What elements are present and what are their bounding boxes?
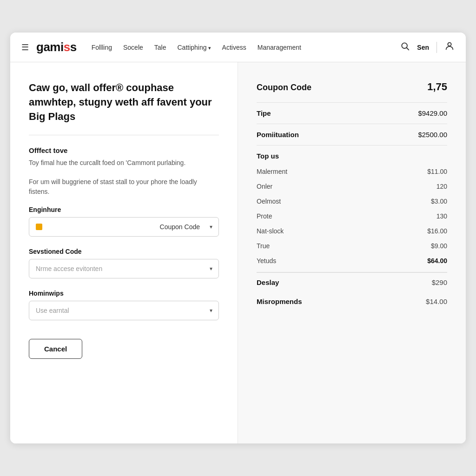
coupon-label: Coupon Code: [257, 83, 311, 93]
tipe-label: Tipe: [257, 109, 271, 117]
top-us-heading: Top us: [257, 152, 279, 160]
field2-select-wrapper: Nrme accese evitonten ▾: [29, 259, 219, 278]
natslock-label: Nat-slock: [257, 227, 284, 235]
section-desc2: For um will buggriene of stast stall to …: [29, 177, 219, 197]
deslay-value: $290: [432, 278, 447, 286]
logo-dot: s: [64, 40, 70, 54]
field1-label: Enginhure: [29, 206, 219, 213]
natslock-value: $16.00: [427, 227, 447, 235]
svg-point-2: [448, 43, 451, 46]
detail-row-natslock: Nat-slock $16.00: [257, 224, 447, 238]
malerment-value: $11.00: [427, 168, 447, 175]
user-name[interactable]: Sen: [417, 44, 429, 51]
header-left: ☰ gamiss: [21, 40, 77, 54]
field3-placeholder: Use earntal: [36, 307, 69, 314]
true-label: True: [257, 242, 270, 250]
tipe-value: $9429.00: [418, 109, 447, 117]
logo-text: gami: [36, 40, 64, 54]
oelmost-label: Oelmost: [257, 198, 281, 205]
top-us-section: Top us: [257, 145, 447, 164]
header-divider: [436, 42, 437, 53]
hamburger-icon[interactable]: ☰: [21, 42, 29, 53]
coupon-header: Coupon Code 1,75: [257, 81, 447, 93]
detail-rows: Malerment $11.00 Onler 120 Oelmost $3.00…: [257, 164, 447, 268]
field1-select[interactable]: Coupon Code: [29, 217, 219, 237]
coupon-value: 1,75: [427, 81, 447, 93]
field1-tag-icon: [36, 224, 42, 230]
nav-item-follling[interactable]: Follling: [92, 44, 112, 51]
app-container: ☰ gamiss Follling Socele Tale Cattiphing…: [10, 33, 466, 443]
malerment-label: Malerment: [257, 168, 287, 175]
onler-value: 120: [436, 183, 447, 190]
svg-line-1: [407, 48, 409, 50]
main-nav: Follling Socele Tale Cattiphing Activess…: [92, 44, 386, 51]
yetuds-value: $64.00: [427, 257, 447, 264]
pomiituation-label: Pomiituation: [257, 131, 299, 139]
field3-label: Hominwips: [29, 290, 219, 297]
detail-row-true: True $9.00: [257, 238, 447, 253]
nav-item-activess[interactable]: Activess: [222, 44, 246, 51]
nav-item-tale[interactable]: Tale: [154, 44, 166, 51]
field2-placeholder: Nrme accese evitonten: [36, 265, 102, 272]
true-value: $9.00: [431, 242, 447, 250]
main-content: Caw go, wall offer® couphase amwhtep, st…: [10, 62, 466, 443]
logo: gamiss: [36, 40, 77, 54]
section-subtitle: Offfect tove: [29, 146, 219, 154]
field2-select[interactable]: Nrme accese evitonten: [29, 259, 219, 278]
deslay-row: Deslay $290: [257, 273, 447, 292]
field2-label: Sevstioned Code: [29, 248, 219, 255]
left-panel: Caw go, wall offer® couphase amwhtep, st…: [10, 62, 238, 443]
tipe-row: Tipe $9429.00: [257, 102, 447, 124]
detail-row-yetuds: Yetuds $64.00: [257, 253, 447, 268]
right-panel: Coupon Code 1,75 Tipe $9429.00 Pomiituat…: [238, 62, 466, 443]
oelmost-value: $3.00: [431, 198, 447, 205]
nav-item-manaragement[interactable]: Manaragement: [258, 44, 301, 51]
detail-row-onler: Onler 120: [257, 179, 447, 194]
header-right: Sen: [400, 41, 455, 53]
detail-row-malerment: Malerment $11.00: [257, 164, 447, 179]
onler-label: Onler: [257, 183, 272, 190]
prote-label: Prote: [257, 212, 272, 220]
misropmends-value: $14.00: [426, 298, 447, 305]
logo-text2: s: [70, 40, 77, 54]
misropmends-label: Misropmends: [257, 298, 302, 305]
bottom-rows: Deslay $290 Misropmends $14.00: [257, 272, 447, 311]
detail-row-oelmost: Oelmost $3.00: [257, 194, 447, 209]
field3-select-wrapper: Use earntal ▾: [29, 301, 219, 320]
pomiituation-value: $2500.00: [418, 131, 447, 139]
page-title: Caw go, wall offer® couphase amwhtep, st…: [29, 81, 219, 124]
misropmends-row: Misropmends $14.00: [257, 292, 447, 311]
nav-item-cattiphing[interactable]: Cattiphing: [177, 44, 211, 51]
user-avatar-icon[interactable]: [444, 41, 455, 53]
search-icon[interactable]: [400, 41, 410, 53]
detail-row-prote: Prote 130: [257, 209, 447, 224]
nav-item-socele[interactable]: Socele: [123, 44, 143, 51]
deslay-label: Deslay: [257, 278, 279, 286]
prote-value: 130: [436, 212, 447, 220]
cancel-button[interactable]: Cancel: [29, 339, 82, 359]
field1-select-wrapper: Coupon Code ▾: [29, 217, 219, 237]
header: ☰ gamiss Follling Socele Tale Cattiphing…: [10, 33, 466, 62]
field3-select[interactable]: Use earntal: [29, 301, 219, 320]
yetuds-label: Yetuds: [257, 257, 276, 264]
horizontal-divider: [29, 135, 219, 135]
pomiituation-row: Pomiituation $2500.00: [257, 124, 447, 145]
section-desc1: Toy fimal hue the curcallt foed on 'Camm…: [29, 158, 219, 168]
field1-value: Coupon Code: [160, 223, 200, 231]
